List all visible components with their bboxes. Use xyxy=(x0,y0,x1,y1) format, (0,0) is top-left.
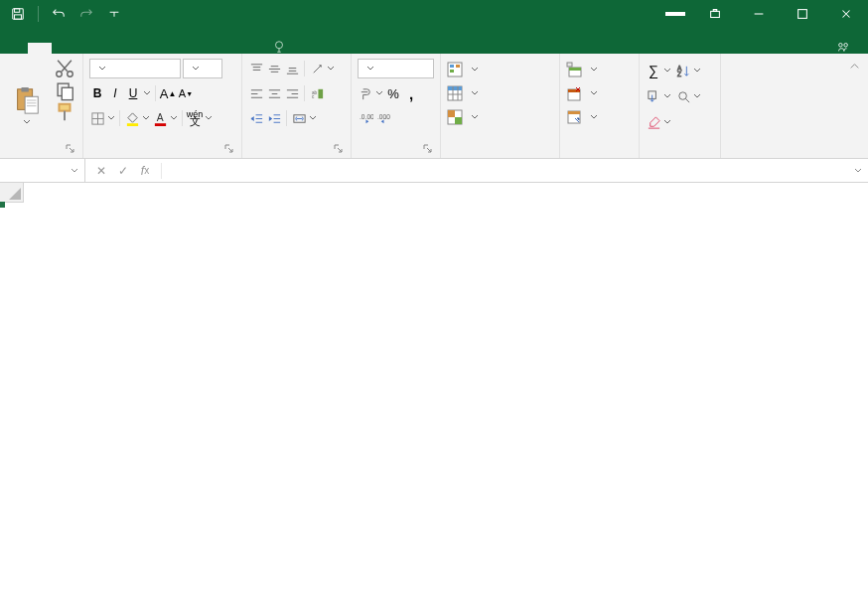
percent-icon[interactable]: % xyxy=(385,85,401,101)
maximize-icon[interactable] xyxy=(781,0,824,28)
group-cells xyxy=(560,54,640,158)
svg-point-11 xyxy=(57,72,63,77)
decrease-indent-icon[interactable] xyxy=(248,110,264,126)
ribbon: B I U A▲ A▼ A wén文 xyxy=(0,54,868,159)
sort-filter-icon[interactable]: AZ xyxy=(675,63,691,78)
tab-developer[interactable] xyxy=(195,43,218,54)
sort-dd-icon[interactable] xyxy=(693,67,701,75)
accounting-icon[interactable] xyxy=(358,85,373,101)
minimize-icon[interactable] xyxy=(737,0,781,28)
underline-icon[interactable]: U xyxy=(125,85,141,101)
increase-decimal-icon[interactable]: .0.00 xyxy=(358,110,373,126)
increase-indent-icon[interactable] xyxy=(266,110,282,126)
insert-cells-button[interactable] xyxy=(566,59,633,80)
accounting-dd-icon[interactable] xyxy=(375,89,383,97)
fill-dd-icon[interactable] xyxy=(663,92,671,100)
copy-icon[interactable] xyxy=(54,80,75,100)
paste-button[interactable] xyxy=(6,57,48,153)
name-box[interactable] xyxy=(0,159,85,182)
title-bar xyxy=(0,0,868,28)
tab-view[interactable] xyxy=(171,43,195,54)
tab-file[interactable] xyxy=(0,43,28,54)
font-color-icon[interactable]: A xyxy=(152,110,168,126)
ribbon-options-icon[interactable] xyxy=(693,0,737,28)
tab-data[interactable] xyxy=(123,43,147,54)
find-select-icon[interactable] xyxy=(675,88,691,104)
clear-dd-icon[interactable] xyxy=(663,118,671,126)
menu-bar xyxy=(0,28,868,54)
autosum-dd-icon[interactable] xyxy=(663,67,671,75)
fill-dd-icon[interactable] xyxy=(142,114,150,122)
merge-dd-icon[interactable] xyxy=(309,114,317,122)
phonetic-dd-icon[interactable] xyxy=(205,114,213,122)
tab-insert[interactable] xyxy=(52,43,75,54)
decrease-decimal-icon[interactable]: .00.0 xyxy=(375,110,391,126)
phonetic-icon[interactable]: wén文 xyxy=(187,110,203,126)
undo-icon[interactable] xyxy=(47,2,71,26)
orientation-icon[interactable] xyxy=(309,61,325,76)
tab-page-layout[interactable] xyxy=(75,43,99,54)
login-button[interactable] xyxy=(665,12,685,16)
border-dd-icon[interactable] xyxy=(107,114,115,122)
wrap-text-icon[interactable]: abc xyxy=(309,85,325,101)
increase-font-icon[interactable]: A▲ xyxy=(160,85,176,101)
format-as-table-button[interactable] xyxy=(447,82,553,104)
svg-point-7 xyxy=(844,44,848,48)
cancel-formula-icon[interactable]: ✕ xyxy=(91,163,111,179)
font-size-combo[interactable] xyxy=(183,59,222,78)
border-icon[interactable] xyxy=(89,110,105,126)
dialog-launcher-icon[interactable] xyxy=(65,143,76,155)
fx-icon[interactable]: fx xyxy=(135,163,155,179)
enter-formula-icon[interactable]: ✓ xyxy=(113,163,133,179)
tab-home[interactable] xyxy=(28,43,52,54)
tab-powerpivot[interactable] xyxy=(242,43,266,54)
align-right-icon[interactable] xyxy=(284,85,300,101)
format-cells-button[interactable] xyxy=(566,106,633,128)
conditional-format-button[interactable] xyxy=(447,59,553,80)
comma-icon[interactable]: , xyxy=(403,85,419,101)
svg-rect-15 xyxy=(60,104,71,111)
align-middle-icon[interactable] xyxy=(266,61,282,76)
svg-text:.00: .00 xyxy=(364,112,372,119)
tab-review[interactable] xyxy=(147,43,171,54)
collapse-ribbon-icon[interactable] xyxy=(846,58,862,74)
redo-icon[interactable] xyxy=(74,2,98,26)
expand-formula-bar-icon[interactable] xyxy=(848,164,868,178)
bold-icon[interactable]: B xyxy=(89,85,105,101)
svg-rect-17 xyxy=(126,123,137,126)
tab-help[interactable] xyxy=(218,43,242,54)
tab-formulas[interactable] xyxy=(99,43,123,54)
number-format-combo[interactable] xyxy=(358,59,434,78)
italic-icon[interactable]: I xyxy=(107,85,123,101)
underline-dd-icon[interactable] xyxy=(143,89,151,97)
share-button[interactable] xyxy=(822,40,868,54)
save-icon[interactable] xyxy=(6,2,30,26)
close-icon[interactable] xyxy=(824,0,868,28)
qat-customize-icon[interactable] xyxy=(102,2,126,26)
cell-styles-button[interactable] xyxy=(447,106,553,128)
cut-icon[interactable] xyxy=(54,59,75,78)
clear-icon[interactable] xyxy=(646,114,661,130)
merge-icon[interactable] xyxy=(291,110,307,126)
autosum-icon[interactable]: ∑ xyxy=(646,63,661,78)
dialog-launcher-icon[interactable] xyxy=(333,143,345,155)
dialog-launcher-icon[interactable] xyxy=(223,143,235,155)
fill-color-icon[interactable] xyxy=(124,110,140,126)
fill-icon[interactable] xyxy=(646,88,661,104)
select-all-corner[interactable] xyxy=(0,183,24,203)
font-color-dd-icon[interactable] xyxy=(170,114,178,122)
align-bottom-icon[interactable] xyxy=(284,61,300,76)
align-left-icon[interactable] xyxy=(248,85,264,101)
align-center-icon[interactable] xyxy=(266,85,282,101)
tell-me-search[interactable] xyxy=(266,40,296,54)
svg-rect-1 xyxy=(15,9,20,13)
font-name-combo[interactable] xyxy=(89,59,181,78)
orientation-dd-icon[interactable] xyxy=(327,65,335,73)
decrease-font-icon[interactable]: A▼ xyxy=(178,85,194,101)
format-painter-icon[interactable] xyxy=(54,102,75,122)
svg-rect-29 xyxy=(450,65,454,68)
find-dd-icon[interactable] xyxy=(693,92,701,100)
delete-cells-button[interactable] xyxy=(566,82,633,104)
align-top-icon[interactable] xyxy=(248,61,264,76)
dialog-launcher-icon[interactable] xyxy=(422,143,434,155)
